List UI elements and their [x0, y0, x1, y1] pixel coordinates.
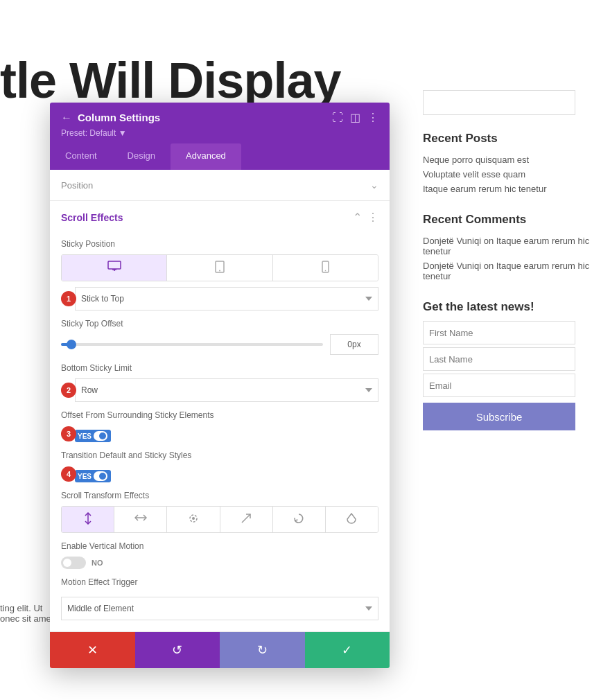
- motion-effect-trigger-label: Motion Effect Trigger: [61, 577, 378, 587]
- first-name-input[interactable]: [423, 321, 575, 344]
- cancel-button[interactable]: ✕: [50, 632, 135, 668]
- sidebar-post-1[interactable]: Neque porro quisquam est: [416, 152, 610, 167]
- more-options-icon[interactable]: ⋮: [367, 111, 378, 124]
- transform-opacity-icon[interactable]: [326, 507, 378, 532]
- transition-toggle-yes: YES: [78, 473, 92, 480]
- modal-body: Position ⌄ Scroll Effects ⌃ ⋮ Sticky Pos…: [50, 170, 390, 632]
- sidebar-newsletter-section: Get the latest news! Subscribe: [416, 300, 610, 430]
- columns-icon[interactable]: ◫: [350, 111, 360, 124]
- transition-row: 4 YES: [61, 466, 378, 482]
- sticky-top-offset-slider[interactable]: [61, 343, 323, 346]
- stick-to-top-row: 1 Stick to Top: [61, 287, 378, 310]
- modal-header-icons: ⛶ ◫ ⋮: [332, 111, 378, 124]
- modal-tabs: Content Design Advanced: [50, 143, 390, 170]
- offset-toggle[interactable]: YES: [75, 430, 111, 442]
- email-input[interactable]: [423, 374, 575, 397]
- tab-design[interactable]: Design: [112, 143, 171, 170]
- badge-3: 3: [61, 426, 76, 441]
- offset-toggle-switch: [94, 431, 107, 441]
- bg-text-bottom: ting elit. Ut onec sit ame: [0, 603, 51, 624]
- sticky-position-label: Sticky Position: [61, 239, 378, 249]
- enable-vertical-label: Enable Vertical Motion: [61, 541, 378, 551]
- offset-toggle-row: YES: [75, 430, 111, 442]
- transition-toggle-switch: [94, 471, 107, 481]
- sticky-top-offset-label: Sticky Top Offset: [61, 319, 378, 329]
- collapse-icon[interactable]: ⌃: [353, 211, 362, 224]
- transform-horizontal-icon[interactable]: [114, 507, 167, 532]
- redo-icon: ↻: [257, 642, 268, 658]
- modal-footer: ✕ ↺ ↻ ✓: [50, 632, 390, 668]
- last-name-input[interactable]: [423, 347, 575, 371]
- sticky-position-buttons: [61, 254, 378, 281]
- redo-button[interactable]: ↻: [220, 632, 305, 668]
- sidebar-post-3[interactable]: Itaque earum rerum hic tenetur: [416, 182, 610, 196]
- scroll-effects-header-icons: ⌃ ⋮: [353, 211, 378, 224]
- badge-2: 2: [61, 383, 76, 398]
- fullscreen-icon[interactable]: ⛶: [332, 112, 343, 124]
- vertical-motion-toggle[interactable]: [61, 557, 86, 569]
- sidebar-newsletter-title: Get the latest news!: [416, 300, 610, 314]
- scroll-effects-section: Scroll Effects ⌃ ⋮ Sticky Position: [50, 201, 390, 632]
- sidebar-search-box: [423, 90, 575, 115]
- offset-surrounding-label: Offset From Surrounding Sticky Elements: [61, 410, 378, 420]
- sidebar-recent-posts-section: Recent Posts Neque porro quisquam est Vo…: [416, 132, 610, 196]
- sticky-top-offset-input[interactable]: 0px: [330, 334, 378, 355]
- sticky-pos-desktop[interactable]: [62, 255, 167, 281]
- svg-point-6: [325, 270, 326, 272]
- sidebar-recent-comments-section: Recent Comments Donjetë Vuniqi on Itaque…: [416, 213, 610, 283]
- scroll-effects-title: Scroll Effects: [61, 212, 123, 223]
- subscribe-button[interactable]: Subscribe: [423, 403, 575, 430]
- transform-fade-icon[interactable]: [167, 507, 220, 532]
- sidebar-comment-2: Donjetë Vuniqi on Itaque earum rerum hic…: [416, 259, 610, 283]
- transition-toggle[interactable]: YES: [75, 470, 111, 482]
- modal-header-left: ← Column Settings: [61, 112, 160, 124]
- sidebar-comment-1: Donjetë Vuniqi on Itaque earum rerum hic…: [416, 234, 610, 259]
- column-settings-modal: ← Column Settings ⛶ ◫ ⋮ Preset: Default …: [50, 103, 390, 668]
- cancel-icon: ✕: [87, 642, 98, 658]
- sticky-top-offset-slider-row: 0px: [61, 334, 378, 355]
- scroll-effects-more-icon[interactable]: ⋮: [367, 211, 378, 224]
- modal-preset[interactable]: Preset: Default ▼: [61, 128, 378, 143]
- transition-label: Transition Default and Sticky Styles: [61, 450, 378, 460]
- sidebar-post-2[interactable]: Voluptate velit esse quam: [416, 167, 610, 182]
- scroll-effects-header: Scroll Effects ⌃ ⋮: [61, 201, 378, 231]
- transform-rotate-icon[interactable]: [273, 507, 326, 532]
- page-title: tle Will Display: [0, 52, 340, 109]
- transform-vertical-icon[interactable]: [62, 507, 114, 532]
- stick-to-top-select[interactable]: Stick to Top: [75, 287, 378, 310]
- badge-4: 4: [61, 466, 76, 482]
- sidebar: Recent Posts Neque porro quisquam est Vo…: [416, 90, 610, 447]
- offset-toggle-yes: YES: [78, 432, 92, 440]
- tab-content[interactable]: Content: [50, 143, 112, 170]
- scroll-transform-icons: [61, 506, 378, 533]
- bottom-sticky-limit-row: 2 Row: [61, 378, 378, 402]
- back-arrow-icon[interactable]: ←: [61, 112, 72, 124]
- undo-button[interactable]: ↺: [135, 632, 220, 668]
- svg-line-11: [242, 514, 250, 523]
- position-chevron-icon: ⌄: [370, 180, 378, 191]
- transform-blur-icon[interactable]: [220, 507, 273, 532]
- sticky-pos-mobile[interactable]: [273, 255, 378, 281]
- vertical-motion-no-label: NO: [92, 559, 103, 567]
- badge-1: 1: [61, 291, 76, 306]
- svg-point-10: [192, 517, 195, 520]
- svg-point-4: [219, 270, 220, 272]
- sidebar-recent-comments-title: Recent Comments: [416, 213, 610, 227]
- tab-advanced[interactable]: Advanced: [171, 143, 241, 170]
- save-button[interactable]: ✓: [305, 632, 390, 668]
- undo-icon: ↺: [172, 642, 182, 658]
- position-section-collapsed[interactable]: Position ⌄: [50, 170, 390, 201]
- sticky-pos-tablet[interactable]: [167, 255, 272, 281]
- modal-header: ← Column Settings ⛶ ◫ ⋮ Preset: Default …: [50, 103, 390, 143]
- vertical-motion-row: NO: [61, 557, 378, 569]
- svg-rect-0: [108, 261, 121, 269]
- modal-header-top: ← Column Settings ⛶ ◫ ⋮: [61, 111, 378, 124]
- save-icon: ✓: [342, 642, 352, 658]
- slider-thumb[interactable]: [67, 340, 76, 349]
- transition-toggle-row: YES: [75, 470, 111, 482]
- bottom-sticky-limit-label: Bottom Sticky Limit: [61, 363, 378, 373]
- motion-effect-trigger-select[interactable]: Middle of Element: [61, 597, 378, 620]
- position-section-title: Position: [61, 180, 93, 191]
- scroll-transform-label: Scroll Transform Effects: [61, 491, 378, 500]
- bottom-sticky-limit-select[interactable]: Row: [75, 378, 378, 402]
